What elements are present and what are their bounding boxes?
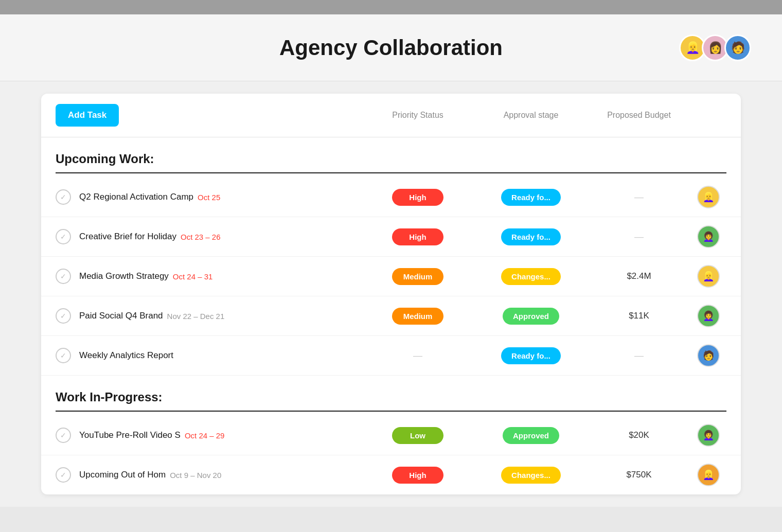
priority-cell: High [361, 189, 474, 206]
approval-cell: Ready fo... [474, 228, 588, 245]
task-avatar[interactable]: 👩‍🦱 [697, 305, 720, 327]
task-checkbox[interactable]: ✓ [56, 269, 71, 284]
task-name: Media Growth Strategy Oct 24 – 31 [79, 271, 361, 281]
panel-header: Add Task Priority Status Approval stage … [41, 94, 741, 137]
task-date: Oct 9 – Nov 20 [170, 471, 221, 480]
approval-badge[interactable]: Ready fo... [501, 189, 561, 206]
task-date: Oct 24 – 31 [173, 272, 213, 281]
budget-cell: — [588, 350, 690, 361]
priority-status-header: Priority Status [361, 111, 474, 120]
approval-badge[interactable]: Approved [503, 427, 559, 444]
task-checkbox[interactable]: ✓ [56, 229, 71, 244]
avatar-cell: 👩‍🦱 [690, 305, 726, 327]
main-content: Add Task Priority Status Approval stage … [0, 81, 782, 507]
task-avatar[interactable]: 👱‍♀️ [697, 265, 720, 288]
avatar-3[interactable]: 🧑 [724, 34, 751, 61]
task-avatar[interactable]: 👩‍🦱 [697, 424, 720, 447]
table-row: ✓ Upcoming Out of Hom Oct 9 – Nov 20 Hig… [41, 455, 741, 494]
task-date: Nov 22 – Dec 21 [167, 312, 225, 321]
priority-cell: — [361, 350, 474, 361]
priority-badge[interactable]: High [392, 467, 443, 484]
collaborator-avatars: 👱‍♀️ 👩 🧑 [679, 34, 751, 61]
approval-badge[interactable]: Ready fo... [501, 228, 561, 245]
task-avatar[interactable]: 🧑 [697, 344, 720, 367]
priority-cell: High [361, 228, 474, 245]
avatar-cell: 🧑 [690, 344, 726, 367]
section-divider-inprogress [56, 411, 726, 412]
column-headers: Priority Status Approval stage Proposed … [361, 111, 726, 120]
avatar-cell: 👩‍🦱 [690, 424, 726, 447]
approval-cell: Ready fo... [474, 189, 588, 206]
top-bar [0, 0, 782, 14]
approval-badge[interactable]: Approved [503, 308, 559, 325]
section-title-inprogress: Work In-Progress: [41, 376, 741, 411]
priority-cell: High [361, 467, 474, 484]
task-avatar[interactable]: 👩‍🦱 [697, 225, 720, 248]
budget-cell: $750K [588, 470, 690, 480]
approval-cell: Approved [474, 427, 588, 444]
add-task-button[interactable]: Add Task [56, 104, 119, 127]
approval-badge[interactable]: Changes... [501, 467, 561, 484]
avatar-cell: 👱‍♀️ [690, 265, 726, 288]
avatar-cell: 👱‍♀️ [690, 186, 726, 208]
approval-cell: Approved [474, 308, 588, 325]
priority-badge[interactable]: High [392, 228, 443, 245]
table-row: ✓ Paid Social Q4 Brand Nov 22 – Dec 21 M… [41, 296, 741, 336]
page-header: Agency Collaboration 👱‍♀️ 👩 🧑 [0, 14, 782, 81]
budget-cell: — [588, 192, 690, 203]
approval-cell: Ready fo... [474, 347, 588, 364]
priority-badge[interactable]: Low [392, 427, 443, 444]
priority-cell: Low [361, 427, 474, 444]
section-divider-upcoming [56, 172, 726, 173]
proposed-budget-header: Proposed Budget [588, 111, 690, 120]
task-checkbox[interactable]: ✓ [56, 348, 71, 363]
approval-cell: Changes... [474, 268, 588, 285]
priority-cell: Medium [361, 308, 474, 325]
task-avatar[interactable]: 👱‍♀️ [697, 186, 720, 208]
task-checkbox[interactable]: ✓ [56, 467, 71, 483]
task-date: Oct 23 – 26 [181, 233, 221, 241]
table-row: ✓ YouTube Pre-Roll Video S Oct 24 – 29 L… [41, 416, 741, 455]
budget-cell: $20K [588, 430, 690, 440]
task-name: Weekly Analytics Report [79, 350, 361, 361]
priority-badge[interactable]: High [392, 189, 443, 206]
task-name: Upcoming Out of Hom Oct 9 – Nov 20 [79, 470, 361, 480]
task-checkbox[interactable]: ✓ [56, 308, 71, 324]
task-date: Oct 25 [198, 193, 220, 202]
table-row: ✓ Media Growth Strategy Oct 24 – 31 Medi… [41, 257, 741, 296]
budget-cell: $2.4M [588, 271, 690, 281]
task-checkbox[interactable]: ✓ [56, 189, 71, 205]
approval-cell: Changes... [474, 467, 588, 484]
budget-cell: $11K [588, 311, 690, 321]
task-name: Q2 Regional Activation Camp Oct 25 [79, 192, 361, 202]
task-name: Paid Social Q4 Brand Nov 22 – Dec 21 [79, 311, 361, 321]
table-row: ✓ Creative Brief for Holiday Oct 23 – 26… [41, 217, 741, 257]
budget-cell: — [588, 232, 690, 242]
section-title-upcoming: Upcoming Work: [41, 137, 741, 172]
priority-cell: Medium [361, 268, 474, 285]
table-row: ✓ Weekly Analytics Report — Ready fo... … [41, 336, 741, 376]
task-panel: Add Task Priority Status Approval stage … [41, 94, 741, 494]
priority-badge[interactable]: Medium [392, 268, 443, 285]
table-row: ✓ Q2 Regional Activation Camp Oct 25 Hig… [41, 178, 741, 217]
approval-badge[interactable]: Changes... [501, 268, 561, 285]
approval-badge[interactable]: Ready fo... [501, 347, 561, 364]
task-avatar[interactable]: 👱‍♀️ [697, 464, 720, 486]
task-checkbox[interactable]: ✓ [56, 428, 71, 443]
page-title: Agency Collaboration [279, 36, 503, 60]
avatar-cell: 👱‍♀️ [690, 464, 726, 486]
task-name: YouTube Pre-Roll Video S Oct 24 – 29 [79, 430, 361, 440]
avatar-cell: 👩‍🦱 [690, 225, 726, 248]
priority-badge[interactable]: Medium [392, 308, 443, 325]
task-date: Oct 24 – 29 [185, 431, 225, 440]
task-name: Creative Brief for Holiday Oct 23 – 26 [79, 232, 361, 242]
approval-stage-header: Approval stage [474, 111, 588, 120]
